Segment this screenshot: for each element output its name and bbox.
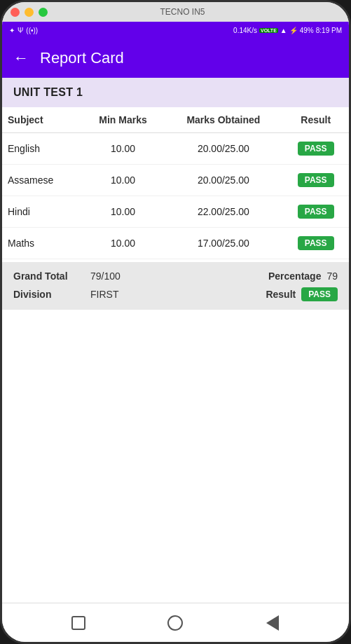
percentage-label: Percentage <box>268 270 321 282</box>
min-marks-cell: 10.00 <box>82 228 165 259</box>
subject-cell: English <box>2 133 82 165</box>
nav-home-button[interactable] <box>165 612 186 633</box>
table-row: Assamese10.0020.00/25.00PASS <box>2 165 349 196</box>
status-left-icons: ✦ Ψ ((•)) <box>9 27 38 34</box>
summary-row-division: Division FIRST Result PASS <box>13 287 338 301</box>
table-header-row: Subject Min Marks Marks Obtained Result <box>2 107 349 133</box>
status-right-info: 0.14K/s VOLTE ▲ ⚡ 49% 8:19 PM <box>233 27 342 34</box>
page-title: Report Card <box>40 49 124 67</box>
min-marks-cell: 10.00 <box>82 133 165 165</box>
minimize-dot[interactable] <box>25 8 34 17</box>
summary-result: Result PASS <box>266 287 338 301</box>
charging-icon: ⚡ <box>289 27 298 34</box>
grand-total-value: 79/100 <box>90 270 121 282</box>
percentage-value: 79 <box>326 270 338 282</box>
min-marks-cell: 10.00 <box>82 196 165 228</box>
table-row: Maths10.0017.00/25.00PASS <box>2 228 349 259</box>
marks-obtained-cell: 17.00/25.00 <box>164 228 282 259</box>
marks-table: Subject Min Marks Marks Obtained Result … <box>2 107 349 259</box>
result-label: Result <box>266 289 296 300</box>
home-icon <box>167 615 183 631</box>
division-value: FIRST <box>90 289 118 300</box>
pass-badge: PASS <box>298 142 334 156</box>
window-controls: TECNO IN5 <box>2 2 349 22</box>
main-content: UNIT TEST 1 Subject Min Marks Marks Obta… <box>2 78 349 603</box>
marks-obtained-cell: 22.00/25.00 <box>164 196 282 228</box>
time-display: 8:19 PM <box>316 27 342 34</box>
summary-section: Grand Total 79/100 Percentage 79 Divisio… <box>2 262 349 310</box>
usb-icon: ✦ <box>9 27 15 34</box>
app-header: ← Report Card <box>2 39 349 78</box>
back-button[interactable]: ← <box>13 49 29 67</box>
bottom-nav <box>2 603 349 642</box>
unit-test-label: UNIT TEST 1 <box>13 86 83 98</box>
summary-percentage: Percentage 79 <box>268 270 338 282</box>
unit-test-header: UNIT TEST 1 <box>2 78 349 107</box>
nav-recents-button[interactable] <box>68 612 89 633</box>
speed-indicator: 0.14K/s <box>233 27 257 34</box>
maximize-dot[interactable] <box>39 8 48 17</box>
table-row: English10.0020.00/25.00PASS <box>2 133 349 165</box>
overall-result-badge: PASS <box>301 287 338 301</box>
result-cell: PASS <box>282 196 349 228</box>
nav-back-button[interactable] <box>262 612 283 633</box>
subject-cell: Maths <box>2 228 82 259</box>
wifi-icon: ((•)) <box>26 27 38 34</box>
status-bar: ✦ Ψ ((•)) 0.14K/s VOLTE ▲ ⚡ 49% 8:19 PM <box>2 22 349 39</box>
result-cell: PASS <box>282 133 349 165</box>
min-marks-cell: 10.00 <box>82 165 165 196</box>
table-row: Hindi10.0022.00/25.00PASS <box>2 196 349 228</box>
result-cell: PASS <box>282 165 349 196</box>
summary-row-total: Grand Total 79/100 Percentage 79 <box>13 270 338 282</box>
marks-obtained-cell: 20.00/25.00 <box>164 133 282 165</box>
grand-total-label: Grand Total <box>13 270 90 282</box>
battery-level: 49% <box>300 27 314 34</box>
volte-badge: VOLTE <box>259 28 278 33</box>
network-icon: Ψ <box>18 27 23 34</box>
subject-cell: Hindi <box>2 196 82 228</box>
min-marks-col-header: Min Marks <box>82 107 165 133</box>
signal-bars: ▲ <box>280 27 287 34</box>
pass-badge: PASS <box>298 173 334 187</box>
division-label: Division <box>13 289 90 300</box>
phone-frame: TECNO IN5 ✦ Ψ ((•)) 0.14K/s VOLTE ▲ ⚡ 49… <box>0 0 351 644</box>
recents-icon <box>71 616 85 630</box>
result-cell: PASS <box>282 228 349 259</box>
subject-col-header: Subject <box>2 107 82 133</box>
marks-obtained-col-header: Marks Obtained <box>164 107 282 133</box>
phone-model-label: TECNO IN5 <box>53 7 312 17</box>
close-dot[interactable] <box>11 8 20 17</box>
subject-cell: Assamese <box>2 165 82 196</box>
marks-obtained-cell: 20.00/25.00 <box>164 165 282 196</box>
back-icon <box>266 615 279 631</box>
pass-badge: PASS <box>298 205 334 219</box>
pass-badge: PASS <box>298 236 334 250</box>
result-col-header: Result <box>282 107 349 133</box>
